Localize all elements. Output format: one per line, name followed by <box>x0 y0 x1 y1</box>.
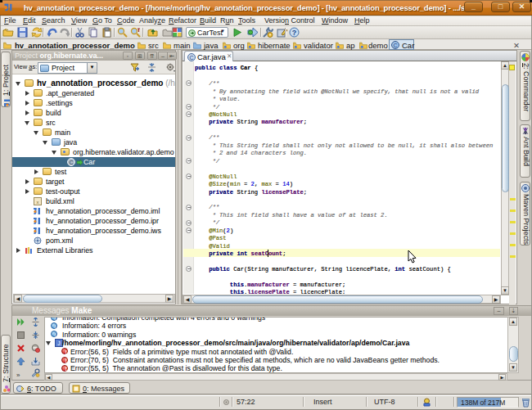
svg-text:J: J <box>57 340 61 346</box>
svg-text:C: C <box>69 160 73 165</box>
svg-text:C: C <box>393 43 397 48</box>
svg-text:x: x <box>37 200 39 205</box>
svg-text:?: ? <box>292 29 297 37</box>
svg-text:C: C <box>189 54 193 60</box>
